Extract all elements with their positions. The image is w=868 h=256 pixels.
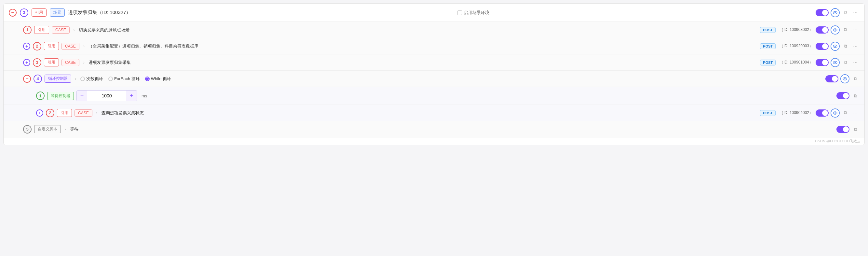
row-5: 1 等待控制器 − + ms ⧉ xyxy=(4,87,864,105)
row2-title: （全局采集配置）进项归集、销项归集、科目余额表数据库 xyxy=(89,43,758,49)
radio-while-circle xyxy=(145,77,150,81)
svg-point-11 xyxy=(835,112,836,114)
header-ref-tag: 引用 xyxy=(32,8,46,17)
row3-toggle[interactable] xyxy=(816,59,829,66)
row4-badge: 4 xyxy=(33,75,42,83)
row6-case-tag: CASE xyxy=(74,109,92,117)
row-7: 5 自定义脚本 › 等待 ⧉ xyxy=(4,121,864,138)
row1-toggle[interactable] xyxy=(816,26,829,33)
row6-title: 查询进项发票采集状态 xyxy=(101,110,758,116)
header-copy-button[interactable]: ⧉ xyxy=(842,9,849,17)
row5-toggle[interactable] xyxy=(836,92,849,99)
radio-foreach-loop[interactable]: ForEach 循环 xyxy=(108,76,140,82)
enable-scene-checkbox[interactable] xyxy=(458,10,462,15)
radio-count-loop[interactable]: 次数循环 xyxy=(80,76,103,82)
row4-copy-button[interactable]: ⧉ xyxy=(851,75,859,83)
row7-custom-tag: 自定义脚本 xyxy=(34,125,61,133)
row2-id: （ID: 100929003） xyxy=(779,43,813,49)
row2-badge: 2 xyxy=(33,42,41,51)
row2-eye-button[interactable] xyxy=(831,42,840,51)
row6-id: （ID: 100904002） xyxy=(779,110,813,116)
row6-plus-button[interactable]: + xyxy=(36,109,43,117)
radio-foreach-label: ForEach 循环 xyxy=(114,76,140,82)
row3-title: 进项发票发票归集采集 xyxy=(89,60,758,65)
header-title: 进项发票归集（ID: 100327） xyxy=(68,9,131,16)
row2-ref-tag: 引用 xyxy=(44,42,59,50)
row5-increment-button[interactable]: + xyxy=(126,90,137,101)
row3-chevron: › xyxy=(83,60,85,65)
radio-count-label: 次数循环 xyxy=(86,76,103,82)
svg-point-3 xyxy=(835,29,836,31)
row1-title: 切换发票采集的测试桩场景 xyxy=(79,27,758,33)
eye-icon xyxy=(833,111,837,115)
row7-toggle[interactable] xyxy=(836,126,849,133)
row4-radio-group: 次数循环 ForEach 循环 While 循环 xyxy=(80,76,171,82)
header-toggle[interactable] xyxy=(816,9,829,16)
row5-wait-tag: 等待控制器 xyxy=(47,92,74,100)
row3-more-button[interactable]: ··· xyxy=(851,59,859,66)
row5-decrement-button[interactable]: − xyxy=(77,90,87,101)
eye-icon xyxy=(833,28,837,32)
row3-eye-button[interactable] xyxy=(831,58,840,67)
eye-icon xyxy=(833,61,837,64)
row1-more-button[interactable]: ··· xyxy=(851,26,859,34)
row6-actions: ⧉ ··· xyxy=(816,109,859,118)
header-actions: ⧉ ··· xyxy=(816,8,859,17)
row7-badge: 5 xyxy=(23,125,32,134)
row6-toggle[interactable] xyxy=(816,109,829,117)
svg-point-1 xyxy=(835,12,836,13)
row1-copy-button[interactable]: ⧉ xyxy=(842,26,849,34)
row2-copy-button[interactable]: ⧉ xyxy=(842,42,849,50)
row5-copy-button[interactable]: ⧉ xyxy=(851,92,859,99)
row2-toggle[interactable] xyxy=(816,42,829,50)
row1-badge: 1 xyxy=(23,26,32,34)
row1-method: POST xyxy=(760,27,776,33)
row4-eye-button[interactable] xyxy=(840,74,849,83)
main-container: − 3 引用 场景 进项发票归集（ID: 100327） 启用场景环境 ⧉ xyxy=(3,3,865,145)
row3-case-tag: CASE xyxy=(61,59,80,66)
header-eye-button[interactable] xyxy=(831,8,840,17)
enable-scene-checkbox-wrap: 启用场景环境 xyxy=(458,10,489,16)
eye-icon xyxy=(833,45,837,48)
row5-actions: ⧉ xyxy=(836,92,859,99)
row6-method: POST xyxy=(760,110,776,116)
row1-eye-button[interactable] xyxy=(831,25,840,34)
footer-credit: CSDN @FIT2CLOUD飞致云 xyxy=(4,138,864,145)
row1-chevron: › xyxy=(73,28,75,32)
row3-method: POST xyxy=(760,60,776,65)
row4-toggle[interactable] xyxy=(826,75,838,82)
row6-badge: 2 xyxy=(46,109,54,117)
row6-more-button[interactable]: ··· xyxy=(851,109,859,117)
row7-title: 等待 xyxy=(70,126,834,132)
radio-while-loop[interactable]: While 循环 xyxy=(145,76,171,82)
svg-point-5 xyxy=(835,46,836,47)
radio-while-label: While 循环 xyxy=(151,76,171,82)
row2-more-button[interactable]: ··· xyxy=(851,42,859,50)
row1-actions: ⧉ ··· xyxy=(816,25,859,34)
row5-number-input[interactable] xyxy=(87,92,126,99)
row1-case-tag: CASE xyxy=(52,26,70,33)
row6-ref-tag: 引用 xyxy=(57,109,72,117)
row4-loop-tag: 循环控制器 xyxy=(44,75,71,83)
row4-collapse-button[interactable]: − xyxy=(23,75,31,83)
row1-ref-tag: 引用 xyxy=(34,26,49,34)
row3-id: （ID: 100901004） xyxy=(779,60,813,65)
row3-plus-button[interactable]: + xyxy=(23,59,30,66)
row2-chevron: › xyxy=(83,44,85,49)
row6-copy-button[interactable]: ⧉ xyxy=(842,109,849,117)
header-toggle-knob xyxy=(822,10,828,16)
row5-num-input-wrap: − + xyxy=(76,90,137,101)
row4-actions: ⧉ xyxy=(826,74,859,83)
row-4: − 4 循环控制器 › 次数循环 ForEach 循环 While 循环 xyxy=(4,71,864,87)
row2-plus-button[interactable]: + xyxy=(23,42,30,50)
row7-copy-button[interactable]: ⧉ xyxy=(851,125,859,133)
eye-icon xyxy=(833,11,837,14)
header-more-button[interactable]: ··· xyxy=(851,9,859,17)
row2-case-tag: CASE xyxy=(61,42,80,50)
row4-chevron: › xyxy=(75,77,76,81)
row3-copy-button[interactable]: ⧉ xyxy=(842,59,849,66)
row1-id: （ID: 100908002） xyxy=(779,27,813,33)
row5-badge: 1 xyxy=(36,91,44,100)
collapse-button[interactable]: − xyxy=(9,9,17,17)
row6-eye-button[interactable] xyxy=(831,109,840,118)
